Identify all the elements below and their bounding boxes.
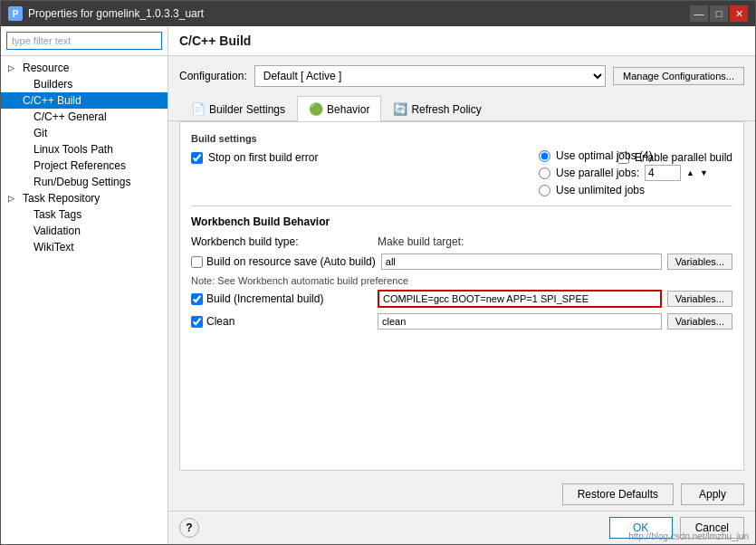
dialog-footer: ? OK Cancel — [168, 511, 755, 544]
window-icon: P — [8, 6, 23, 21]
sidebar-item-resource[interactable]: ▷Resource — [1, 60, 167, 76]
cancel-button[interactable]: Cancel — [680, 517, 744, 539]
close-button[interactable]: ✕ — [730, 5, 748, 22]
maximize-button[interactable]: □ — [710, 5, 728, 22]
clean-target-input[interactable] — [378, 313, 662, 330]
auto-build-variables-button[interactable]: Variables... — [667, 253, 732, 270]
search-input[interactable] — [6, 32, 162, 50]
jobs-spinner-down[interactable]: ▼ — [700, 168, 708, 177]
main-content: ▷ResourceBuildersC/C++ BuildC/C++ Genera… — [1, 26, 755, 544]
workbench-section: Workbench Build Behavior Workbench build… — [191, 215, 732, 330]
radio-parallel-input[interactable] — [539, 167, 550, 179]
title-bar: P Properties for gomelink_1.0.3.3_uart —… — [1, 1, 755, 26]
auto-build-label: Build on resource save (Auto build) — [206, 255, 376, 268]
radio-unlimited-input[interactable] — [539, 185, 550, 196]
sidebar-item-validation[interactable]: Validation — [1, 223, 167, 239]
tab-icon-builder-settings: 📄 — [191, 102, 206, 116]
help-button[interactable]: ? — [179, 518, 199, 538]
clean-variables-button[interactable]: Variables... — [667, 313, 732, 330]
radio-optimal: Use optimal jobs (4) — [539, 149, 732, 162]
tab-label-builder-settings: Builder Settings — [209, 103, 285, 116]
auto-build-checkbox[interactable] — [191, 256, 203, 268]
sidebar-label-linux-tools-path: Linux Tools Path — [33, 143, 113, 156]
panel-title: C/C++ Build — [168, 26, 755, 56]
sidebar-item-cpp-general[interactable]: C/C++ General — [1, 109, 167, 125]
sidebar-label-task-repository: Task Repository — [23, 192, 100, 205]
sidebar-item-task-repository[interactable]: ▷Task Repository — [1, 190, 167, 206]
sidebar-label-run-debug-settings: Run/Debug Settings — [33, 176, 130, 188]
sidebar-label-task-tags: Task Tags — [33, 208, 81, 221]
restore-defaults-button[interactable]: Restore Defaults — [562, 483, 674, 505]
incremental-label: Build (Incremental build) — [206, 292, 323, 305]
sidebar-item-task-tags[interactable]: Task Tags — [1, 206, 167, 223]
sidebar-label-cpp-build: C/C++ Build — [23, 94, 81, 107]
tab-label-refresh-policy: Refresh Policy — [411, 103, 481, 116]
tab-builder-settings[interactable]: 📄Builder Settings — [179, 96, 297, 121]
tab-label-behavior: Behavior — [327, 103, 369, 116]
jobs-spinner-up[interactable]: ▲ — [686, 168, 694, 177]
tab-behavior[interactable]: 🟢Behavior — [297, 96, 381, 121]
make-target-label: Make build target: — [378, 235, 464, 248]
window-title: Properties for gomelink_1.0.3.3_uart — [28, 7, 690, 20]
tabs-row: 📄Builder Settings🟢Behavior🔄Refresh Polic… — [168, 96, 755, 121]
radio-optimal-input[interactable] — [539, 150, 550, 162]
sidebar-item-wikitext[interactable]: WikiText — [1, 239, 167, 255]
sidebar-item-builders[interactable]: Builders — [1, 76, 167, 92]
tree: ▷ResourceBuildersC/C++ BuildC/C++ Genera… — [1, 56, 167, 544]
panel-body: Build settings Stop on first build error… — [179, 121, 744, 471]
radio-parallel: Use parallel jobs: ▲ ▼ — [539, 165, 732, 181]
window-controls: — □ ✕ — [690, 5, 748, 22]
incremental-build-row: Build (Incremental build) Variables... — [191, 290, 732, 308]
radio-group: Use optimal jobs (4) Use parallel jobs: … — [517, 149, 732, 196]
sidebar-item-linux-tools-path[interactable]: Linux Tools Path — [1, 141, 167, 158]
clean-checkbox[interactable] — [191, 316, 203, 328]
tab-refresh-policy[interactable]: 🔄Refresh Policy — [381, 96, 493, 121]
sidebar-item-project-references[interactable]: Project References — [1, 158, 167, 174]
sidebar-label-validation: Validation — [33, 225, 81, 237]
sidebar-label-cpp-general: C/C++ General — [33, 110, 107, 123]
config-label: Configuration: — [179, 70, 247, 82]
auto-build-label-wrap: Build on resource save (Auto build) — [191, 255, 376, 268]
ok-button[interactable]: OK — [609, 517, 673, 539]
jobs-count-input[interactable] — [645, 165, 681, 181]
stop-on-error-checkbox[interactable] — [191, 152, 203, 164]
config-row: Configuration: Default [ Active ] Manage… — [168, 56, 755, 96]
footer-left: ? — [179, 518, 602, 538]
sidebar-label-wikitext: WikiText — [33, 241, 74, 253]
tree-arrow-task-repository: ▷ — [8, 194, 19, 203]
clean-row: Clean Variables... — [191, 313, 732, 330]
auto-build-target-input[interactable] — [381, 253, 662, 270]
tree-arrow-resource: ▷ — [8, 63, 19, 72]
build-settings-title: Build settings — [191, 133, 732, 144]
minimize-button[interactable]: — — [690, 5, 708, 22]
radio-unlimited-label: Use unlimited jobs — [556, 184, 645, 196]
sidebar-label-resource: Resource — [23, 62, 69, 74]
radio-optimal-label: Use optimal jobs (4) — [556, 149, 653, 162]
incremental-variables-button[interactable]: Variables... — [667, 291, 732, 307]
tab-icon-refresh-policy: 🔄 — [393, 102, 407, 116]
manage-configurations-button[interactable]: Manage Configurations... — [613, 67, 744, 85]
incremental-label-wrap: Build (Incremental build) — [191, 292, 372, 305]
sidebar-item-git[interactable]: Git — [1, 125, 167, 141]
incremental-target-input[interactable] — [378, 290, 662, 308]
tab-icon-behavior: 🟢 — [309, 102, 323, 116]
clean-label-wrap: Clean — [191, 315, 372, 328]
main-window: P Properties for gomelink_1.0.3.3_uart —… — [0, 0, 756, 545]
note-text: Note: See Workbench automatic build pref… — [191, 275, 732, 286]
sidebar-label-project-references: Project References — [33, 159, 126, 172]
stop-on-error-label: Stop on first build error — [208, 151, 318, 164]
incremental-checkbox[interactable] — [191, 293, 203, 305]
workbench-type-row: Workbench build type: Make build target: — [191, 235, 732, 248]
search-box — [1, 26, 167, 56]
sidebar-item-cpp-build[interactable]: C/C++ Build — [1, 92, 167, 109]
config-select[interactable]: Default [ Active ] — [254, 65, 606, 87]
apply-button[interactable]: Apply — [681, 483, 744, 505]
sidebar-item-run-debug-settings[interactable]: Run/Debug Settings — [1, 174, 167, 190]
divider — [191, 206, 732, 206]
sidebar: ▷ResourceBuildersC/C++ BuildC/C++ Genera… — [1, 26, 168, 544]
radio-parallel-label: Use parallel jobs: — [556, 167, 639, 179]
workbench-title: Workbench Build Behavior — [191, 215, 732, 228]
clean-label: Clean — [206, 315, 234, 328]
panel-footer-buttons: Restore Defaults Apply — [168, 480, 755, 511]
workbench-type-label: Workbench build type: — [191, 235, 372, 248]
